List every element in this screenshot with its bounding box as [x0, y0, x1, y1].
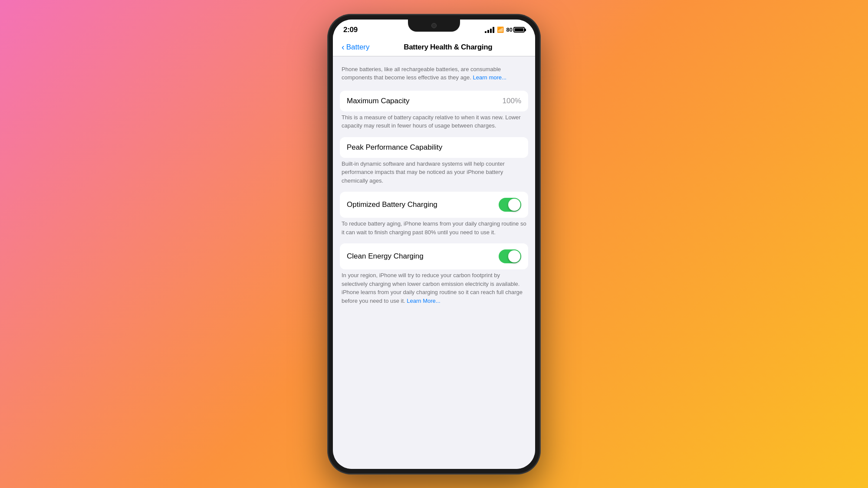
optimized-charging-row: Optimized Battery Charging	[340, 192, 528, 218]
clean-energy-learn-more-link[interactable]: Learn More...	[407, 298, 440, 304]
clean-energy-card: Clean Energy Charging	[340, 243, 528, 269]
peak-performance-label: Peak Performance Capability	[347, 143, 442, 152]
maximum-capacity-row: Maximum Capacity 100%	[340, 91, 528, 111]
maximum-capacity-description: This is a measure of battery capacity re…	[340, 113, 528, 130]
optimized-charging-description: To reduce battery aging, iPhone learns f…	[340, 219, 528, 236]
maximum-capacity-card: Maximum Capacity 100%	[340, 91, 528, 111]
maximum-capacity-section: Maximum Capacity 100% This is a measure …	[340, 91, 528, 130]
phone-screen: 2:09 📶 80 ‹ B	[333, 20, 535, 469]
toggle-knob	[508, 199, 520, 211]
status-time: 2:09	[343, 26, 358, 34]
peak-performance-row: Peak Performance Capability	[340, 137, 528, 158]
battery-icon	[513, 27, 525, 33]
clean-energy-row: Clean Energy Charging	[340, 243, 528, 269]
clean-energy-section: Clean Energy Charging In your region, iP…	[340, 243, 528, 305]
page-title: Battery Health & Charging	[370, 43, 526, 52]
learn-more-link[interactable]: Learn more...	[473, 74, 506, 81]
optimized-charging-label: Optimized Battery Charging	[347, 200, 437, 209]
content-area: Phone batteries, like all rechargeable b…	[333, 56, 535, 469]
peak-performance-card: Peak Performance Capability	[340, 137, 528, 158]
back-button[interactable]: ‹ Battery	[342, 43, 370, 52]
battery-fill	[515, 28, 523, 31]
optimized-charging-section: Optimized Battery Charging To reduce bat…	[340, 192, 528, 236]
maximum-capacity-value: 100%	[503, 97, 521, 105]
battery-percent: 80	[506, 26, 513, 33]
optimized-charging-card: Optimized Battery Charging	[340, 192, 528, 218]
peak-performance-description: Built-in dynamic software and hardware s…	[340, 160, 528, 185]
peak-performance-section: Peak Performance Capability Built-in dyn…	[340, 137, 528, 185]
notch	[408, 20, 460, 32]
intro-text: Phone batteries, like all rechargeable b…	[340, 65, 528, 82]
clean-energy-toggle[interactable]	[499, 249, 521, 263]
clean-energy-description: In your region, iPhone will try to reduc…	[340, 271, 528, 305]
status-bar: 2:09 📶 80	[333, 20, 535, 38]
camera-icon	[431, 23, 437, 28]
toggle-knob-2	[508, 250, 520, 262]
status-icons: 📶 80	[485, 26, 525, 33]
battery-indicator: 80	[506, 26, 525, 33]
chevron-left-icon: ‹	[342, 43, 345, 51]
maximum-capacity-label: Maximum Capacity	[347, 97, 410, 105]
phone-frame: 2:09 📶 80 ‹ B	[328, 14, 540, 474]
signal-icon	[485, 27, 494, 33]
navigation-bar: ‹ Battery Battery Health & Charging	[333, 38, 535, 56]
back-label: Battery	[346, 43, 370, 52]
optimized-charging-toggle[interactable]	[499, 198, 521, 212]
clean-energy-label: Clean Energy Charging	[347, 252, 424, 261]
wifi-icon: 📶	[497, 26, 504, 33]
